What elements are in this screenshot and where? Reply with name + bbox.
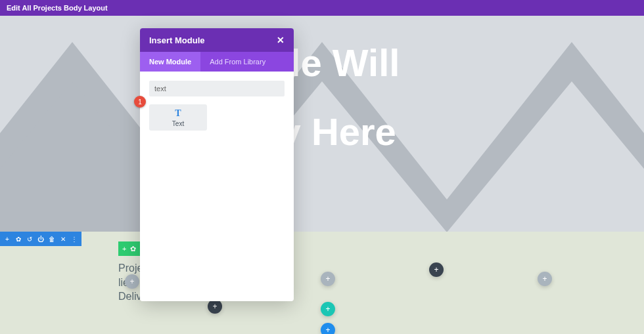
add-module-dark-button[interactable]: + [208,299,222,314]
add-section-button[interactable]: + [321,323,335,334]
add-module-grey-button[interactable]: + [321,272,335,286]
top-bar: Edit All Projects Body Layout [0,0,644,16]
row-toolbar: + ✿ [118,241,140,256]
section-add-icon[interactable]: + [4,236,11,242]
plus-icon: + [325,274,330,283]
tab-new-module[interactable]: New Module [140,52,200,72]
plus-icon: + [325,304,330,314]
row-add-icon[interactable]: + [122,245,126,253]
section-settings-icon[interactable]: ✿ [15,236,22,242]
section-trash-icon[interactable]: 🗑 [49,236,55,242]
modal-title: Insert Module [149,35,205,45]
text-module-item[interactable]: T Text [149,104,207,131]
module-label: Text [172,120,184,127]
module-search-input[interactable] [149,81,285,96]
tab-label: Add From Library [210,58,265,66]
page-title: Edit All Projects Body Layout [7,4,108,12]
plus-icon: + [129,277,134,286]
hero-section: Title Will lay Here [0,16,644,232]
add-module-dark-button[interactable]: + [429,262,444,277]
modal-tabs: New Module Add From Library [140,52,294,72]
add-module-grey-button[interactable]: + [538,272,552,286]
step-badge: 1 [134,96,146,108]
plus-icon: + [434,265,438,274]
row-settings-icon[interactable]: ✿ [130,245,136,253]
add-row-button[interactable]: + [321,302,335,316]
text-icon: T [175,108,181,119]
close-icon[interactable]: ✕ [277,35,285,45]
delivery-line: Deliv [118,289,143,304]
section-more-icon[interactable]: ⋮ [71,236,78,242]
project-line: Proje [118,261,143,276]
section-toolbar: + ✿ ↺ ⏻ 🗑 ✕ ⋮ [0,232,81,246]
tab-add-from-library[interactable]: Add From Library [200,52,275,72]
section-undo-icon[interactable]: ↺ [26,236,33,242]
plus-icon: + [212,302,217,311]
section-close-icon[interactable]: ✕ [60,236,66,242]
badge-number: 1 [138,98,142,106]
modal-header: Insert Module ✕ [140,28,294,52]
section-power-icon[interactable]: ⏻ [37,236,44,242]
plus-icon: + [542,274,547,283]
add-module-grey-button[interactable]: + [125,274,139,289]
tab-label: New Module [149,58,191,66]
plus-icon: + [325,325,330,334]
insert-module-modal: Insert Module ✕ New Module Add From Libr… [140,28,294,301]
modal-body: T Text [140,72,294,301]
